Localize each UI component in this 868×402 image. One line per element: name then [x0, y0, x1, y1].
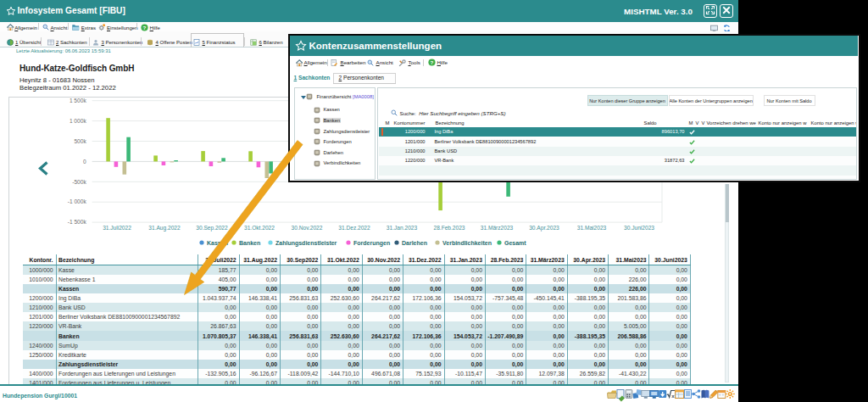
svg-text:?: ?: [430, 59, 433, 65]
svg-text:x: x: [671, 394, 675, 399]
